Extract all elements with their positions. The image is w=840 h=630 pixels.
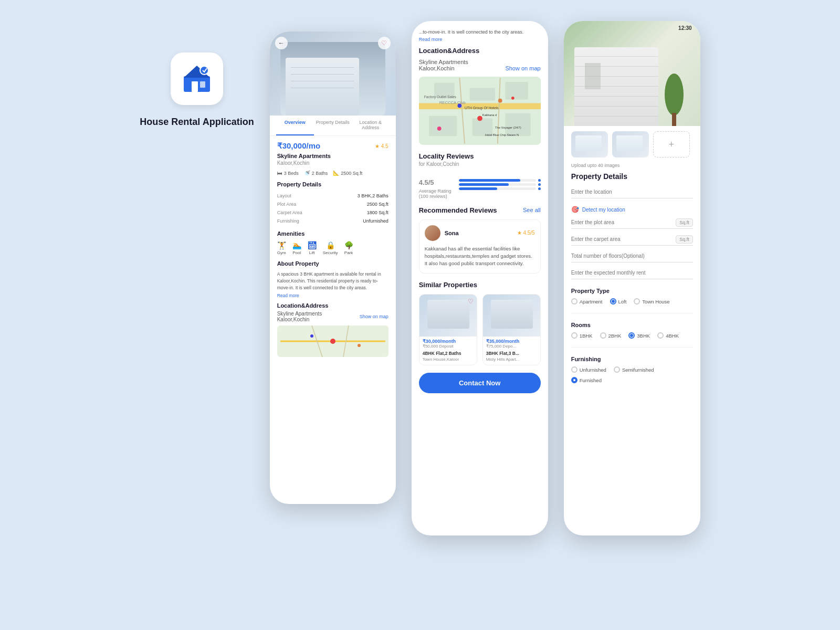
similar-heart-1[interactable]: ♡ — [468, 298, 474, 305]
furnish-unfurnished[interactable]: Unfurnished — [571, 366, 606, 373]
type-loft[interactable]: Loft — [610, 298, 627, 304]
reviewer-row: Sona ★ 4.5/5 — [425, 225, 535, 241]
svg-text:Hotel Blue Chip Steam N: Hotel Blue Chip Steam N — [485, 133, 518, 136]
tab-bar: Overview Property Details Location & Add… — [270, 116, 396, 136]
read-more-top[interactable]: Read more — [419, 37, 443, 42]
room-1bhk[interactable]: 1BHK — [571, 332, 593, 339]
addr-city: Kaloor,Kochin — [419, 65, 468, 71]
room-4bhk[interactable]: 4BHK — [657, 332, 679, 339]
back-button[interactable]: ← — [275, 37, 288, 49]
property-hero-image: ← ♡ — [270, 32, 396, 116]
rent-input[interactable] — [571, 267, 693, 279]
furnish-semi[interactable]: Semifurnished — [614, 366, 654, 373]
beds-stat: 🛏 3 Beds — [277, 170, 299, 176]
svg-text:RECCCA Club: RECCCA Club — [439, 100, 465, 105]
similar-cards: ♡ ₹30,000/month ₹50,000 Deposit 4BHK Fla… — [419, 294, 541, 365]
rating-section: 4.5/5 Average Rating (100 reviews) — [419, 172, 541, 199]
svg-point-29 — [511, 97, 514, 100]
plot-unit-select[interactable]: Sq.ft — [676, 218, 693, 227]
svg-rect-34 — [672, 113, 676, 126]
svg-text:Kakkana d: Kakkana d — [482, 113, 497, 116]
carpet-area-input[interactable] — [571, 233, 693, 246]
room-2bhk-radio[interactable] — [600, 332, 606, 339]
tab-location[interactable]: Location & Address — [352, 116, 390, 135]
thumb-2[interactable] — [612, 131, 649, 158]
property-price: ₹30,000/mo — [277, 141, 321, 151]
hero-tree-icon — [664, 74, 685, 126]
contact-now-button[interactable]: Contact Now — [419, 373, 541, 393]
similar-deposit-1: ₹50,000 Deposit — [419, 344, 477, 351]
hero-building — [574, 47, 658, 126]
recommended-row: Recommended Reviews See all — [419, 206, 541, 214]
svg-rect-21 — [505, 113, 530, 136]
rooms-group: 1BHK 2BHK 3BHK 4BHK — [571, 332, 693, 339]
reviewer-avatar — [425, 225, 440, 241]
upload-label: Upload upto 40 images — [564, 163, 700, 172]
carpet-area-field[interactable]: Sq.ft — [571, 233, 693, 246]
similar-title: Similar Properties — [419, 281, 541, 289]
status-time-3: 12:30 — [678, 25, 692, 31]
floors-input[interactable] — [571, 250, 693, 262]
detail-carpet: Carpet Area 1800 Sq.ft — [277, 208, 388, 217]
svg-rect-19 — [429, 116, 457, 136]
locality-sub: for Kaloor,Cochin — [419, 161, 541, 167]
see-all-link[interactable]: See all — [523, 207, 541, 213]
type-apartment-radio[interactable] — [571, 298, 578, 304]
favorite-button[interactable]: ♡ — [378, 37, 391, 49]
furnish-furnished[interactable]: Furnished — [571, 377, 602, 383]
avg-label: Average Rating — [419, 188, 452, 194]
svg-point-10 — [310, 334, 313, 338]
property-type-group: Apartment Loft Town House — [571, 298, 693, 304]
address-row: Skyline Apartments Kaloor,Kochin Show on… — [419, 59, 541, 71]
read-more-link[interactable]: Read more — [277, 293, 388, 298]
similar-location-1: Town House,Kaloor — [419, 357, 477, 365]
carpet-unit-select[interactable]: Sq.ft — [676, 235, 693, 244]
amenities-title: Amenities — [277, 230, 388, 237]
show-on-map[interactable]: Show on map — [505, 65, 540, 71]
room-3bhk[interactable]: 3BHK — [628, 332, 650, 339]
svg-text:UTH Group Of Hotels: UTH Group Of Hotels — [465, 106, 499, 110]
rent-field[interactable] — [571, 267, 693, 279]
mini-map — [277, 326, 388, 357]
tab-overview[interactable]: Overview — [276, 116, 314, 135]
thumb-1[interactable] — [571, 131, 608, 158]
location-target-icon: 🎯 — [571, 206, 579, 213]
similar-card-2[interactable]: ₹35,000/month ₹75,000 Depo... 3BHK Flat,… — [482, 294, 541, 365]
show-map-link[interactable]: Show on map — [360, 314, 388, 319]
add-image-button[interactable]: + — [653, 131, 690, 158]
furnish-unfurnished-radio[interactable] — [571, 366, 578, 373]
location-field[interactable] — [571, 186, 693, 198]
phone2-mockup: ...to-move-in. It is well connected to t… — [412, 21, 548, 536]
furnish-semi-radio[interactable] — [614, 366, 620, 373]
room-3bhk-radio[interactable] — [628, 332, 635, 339]
floors-field[interactable] — [571, 250, 693, 262]
room-4bhk-radio[interactable] — [657, 332, 664, 339]
recommended-title: Recommended Reviews — [419, 206, 497, 214]
type-townhouse-radio[interactable] — [634, 298, 640, 304]
furnish-furnished-radio[interactable] — [571, 377, 578, 383]
svg-point-11 — [358, 344, 361, 347]
plot-area-field[interactable]: Sq.ft — [571, 216, 693, 229]
tab-property-details[interactable]: Property Details — [314, 116, 352, 135]
about-title: About Property — [277, 260, 388, 267]
phone3-mockup: 12:30 + Upload upto 40 images Property D… — [564, 21, 700, 536]
similar-type-2: 3BHK Flat,3 B... — [483, 351, 540, 357]
plot-area-input[interactable] — [571, 216, 693, 229]
type-townhouse[interactable]: Town House — [634, 298, 669, 304]
detect-location-row[interactable]: 🎯 Detect my location — [564, 203, 700, 216]
similar-card-1[interactable]: ♡ ₹30,000/month ₹50,000 Deposit 4BHK Fla… — [419, 294, 477, 365]
type-loft-radio[interactable] — [610, 298, 616, 304]
review-card: Sona ★ 4.5/5 Kakkanad has all the essent… — [419, 219, 541, 274]
furnish-furnished-label: Furnished — [580, 377, 602, 383]
room-1bhk-radio[interactable] — [571, 332, 578, 339]
property-details-title: Property Details — [277, 181, 388, 187]
location-input[interactable] — [571, 186, 693, 198]
type-apartment[interactable]: Apartment — [571, 298, 603, 304]
similar-price-2: ₹35,000/month — [483, 337, 540, 344]
svg-point-4 — [200, 66, 208, 75]
location-city: Kaloor,Kochin — [277, 317, 322, 322]
about-text: A spacious 3 BHK apartment is available … — [277, 271, 388, 291]
svg-point-9 — [330, 339, 335, 344]
room-2bhk[interactable]: 2BHK — [600, 332, 622, 339]
property-details-form-title: Property Details — [564, 172, 700, 186]
